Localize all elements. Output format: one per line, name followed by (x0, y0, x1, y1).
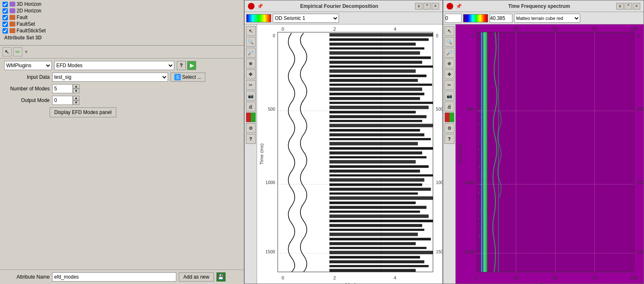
efd-settings-btn[interactable]: ⚙ (246, 123, 256, 133)
svg-text:Time (ms): Time (ms) (458, 143, 463, 165)
algorithm-dropdown[interactable]: EFD Modes (54, 61, 174, 70)
efd-print-btn[interactable]: 🖨 (246, 102, 256, 112)
tf-zoomout-btn[interactable]: 🔎 (445, 48, 454, 58)
tree-item-faultstickset: FaultStickSet (1, 27, 243, 34)
output-mode-down[interactable]: ▼ (73, 100, 79, 105)
tf-move-btn[interactable]: ✥ (445, 69, 454, 79)
svg-point-116 (481, 201, 482, 202)
svg-rect-55 (329, 197, 433, 200)
arrow-icon[interactable]: ↖ (2, 47, 12, 56)
tree-check-2dhorizon[interactable] (2, 8, 8, 14)
tf-title-btns: v ^ × (616, 3, 640, 10)
svg-rect-23 (329, 51, 420, 55)
tf-window: 📌 Time Frequency spectrum v ^ × Matteo t… (443, 0, 644, 284)
save-icon[interactable]: 💾 (216, 272, 226, 282)
efd-titlebar: 📌 Empirical Fourier Decomposition v ^ × (245, 0, 442, 12)
tf-pin-icon[interactable]: 📌 (456, 3, 462, 9)
tf-value-input[interactable] (445, 14, 461, 23)
efd-zoom2-btn[interactable]: ⊕ (246, 58, 256, 68)
svg-point-109 (480, 141, 481, 141)
num-modes-spinners: ▲ ▼ (73, 84, 79, 93)
tf-zoomin-btn[interactable]: 🔍 (445, 37, 454, 47)
tf-camera-btn[interactable]: 📷 (445, 91, 454, 101)
tree-label-3dhorizon: 3D Horizon (17, 1, 41, 7)
tf-settings-btn[interactable]: ⚙ (445, 123, 454, 133)
svg-rect-69 (329, 260, 424, 263)
faultstickset-icon (10, 28, 15, 33)
efd-zoomout-btn[interactable]: 🔎 (246, 48, 256, 58)
tf-chart-svg: 0 25 50 75 100 0 500 1000 1500 0 500 100… (456, 24, 644, 284)
svg-rect-62 (329, 229, 424, 231)
tf-maximize-btn[interactable]: ^ (625, 3, 632, 10)
svg-rect-30 (329, 84, 432, 86)
efd-move-btn[interactable]: ✥ (246, 69, 256, 79)
input-data-label: Input Data (4, 74, 50, 80)
tree-label-faultset: FaultSet (17, 21, 35, 27)
tree-check-faultstickset[interactable] (2, 28, 8, 34)
svg-rect-100 (485, 32, 486, 272)
select-button[interactable]: S Select ... (171, 73, 205, 82)
svg-rect-28 (329, 75, 426, 77)
efd-toolbar: OD Seismic 1 (245, 12, 442, 24)
svg-rect-50 (329, 174, 433, 176)
input-data-dropdown[interactable]: test_sig (52, 73, 168, 82)
svg-rect-102 (481, 32, 482, 272)
toolbar-separator: ▼ (24, 49, 29, 54)
svg-rect-68 (329, 256, 420, 258)
svg-text:Frequency: Frequency (539, 282, 565, 284)
plugin-toolbar-row: ↖ ✏ ▼ (0, 46, 244, 58)
efd-color-btn[interactable] (246, 112, 256, 122)
tree-check-faultset[interactable] (2, 22, 8, 27)
efd-camera-btn[interactable]: 📷 (246, 91, 256, 101)
efd-close-btn[interactable]: × (432, 3, 439, 10)
output-mode-up[interactable]: ▲ (73, 96, 79, 100)
efd-maximize-btn[interactable]: ^ (423, 3, 431, 10)
tf-cursor-btn[interactable]: ↖ (445, 26, 454, 36)
tf-value-right-input[interactable] (490, 14, 512, 23)
efd-cursor-btn[interactable]: ↖ (246, 26, 256, 36)
num-modes-down[interactable]: ▼ (73, 89, 79, 93)
tf-chart-area: 0 25 50 75 100 0 500 1000 1500 0 500 100… (456, 24, 644, 284)
num-modes-up[interactable]: ▲ (73, 84, 79, 89)
svg-text:1000: 1000 (436, 180, 442, 185)
tf-titlebar: 📌 Time Frequency spectrum v ^ × (443, 0, 644, 12)
svg-rect-65 (329, 242, 416, 245)
num-modes-input[interactable]: 5 (52, 84, 73, 93)
efd-minimize-btn[interactable]: v (415, 3, 423, 10)
display-efd-button[interactable]: Display EFD Modes panel (50, 107, 116, 117)
tree-item-faultset: FaultSet (1, 21, 243, 27)
svg-rect-39 (329, 124, 433, 127)
tree-check-3dhorizon[interactable] (2, 2, 8, 7)
svg-rect-37 (329, 115, 426, 118)
tree-label-fault: Fault (17, 15, 28, 20)
efd-title-btns: v ^ × (415, 3, 439, 10)
attr-name-input[interactable] (52, 272, 176, 282)
tf-zoom2-btn[interactable]: ⊕ (445, 58, 454, 68)
efd-pin-icon[interactable]: 📌 (257, 3, 263, 9)
efd-left-toolbar: ↖ 🔍 🔎 ⊕ ✥ ✂ 📷 🖨 ⚙ ? (245, 24, 257, 284)
tree-check-fault[interactable] (2, 15, 8, 20)
svg-point-105 (479, 110, 480, 111)
run-icon[interactable]: ▶ (187, 61, 196, 70)
svg-point-118 (478, 218, 479, 219)
pencil-icon[interactable]: ✏ (13, 47, 22, 56)
tf-color-dropdown[interactable]: Matteo terrain cube red (514, 14, 580, 23)
question-icon[interactable]: ? (177, 61, 186, 70)
efd-seismic-dropdown[interactable]: OD Seismic 1 (273, 14, 339, 23)
tf-toolbar: Matteo terrain cube red (443, 12, 644, 24)
tf-scissors-btn[interactable]: ✂ (445, 80, 454, 90)
tf-print-btn[interactable]: 🖨 (445, 102, 454, 112)
efd-zoomin-btn[interactable]: 🔍 (246, 37, 256, 47)
svg-point-107 (478, 124, 479, 124)
plugin-dropdown[interactable]: WMPlugins (4, 61, 52, 70)
tf-help-btn[interactable]: ? (445, 134, 454, 144)
efd-scissors-btn[interactable]: ✂ (246, 80, 256, 90)
efd-help-btn[interactable]: ? (246, 134, 256, 144)
tf-close-btn[interactable]: × (633, 3, 640, 10)
tf-minimize-btn[interactable]: v (616, 3, 624, 10)
tf-color-btn[interactable] (445, 112, 454, 122)
svg-rect-34 (329, 102, 433, 104)
output-mode-label: Output Mode (4, 97, 50, 103)
add-as-new-button[interactable]: Add as new (179, 272, 214, 282)
output-mode-input[interactable]: 0 (52, 96, 73, 105)
